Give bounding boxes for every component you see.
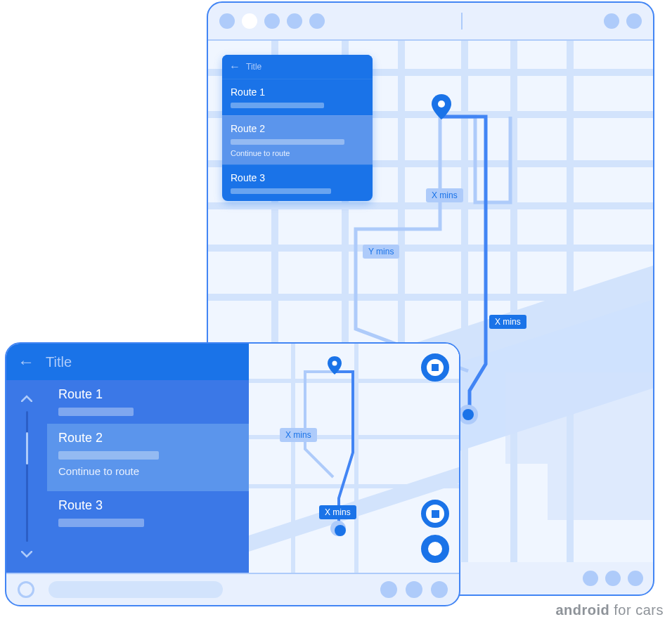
route-secondary: Continue to route (231, 149, 364, 157)
route-list-item[interactable]: Route 3 (47, 491, 249, 535)
nav-button[interactable] (380, 581, 397, 598)
status-app-icon[interactable] (264, 13, 280, 29)
scroll-rail (6, 380, 47, 573)
current-location-icon (330, 521, 346, 536)
map-action-button[interactable] (653, 476, 654, 495)
map-action-button[interactable] (653, 452, 654, 472)
scroll-track[interactable] (26, 411, 28, 542)
map-action-button[interactable] (653, 524, 654, 543)
svg-point-1 (332, 361, 337, 366)
panel-header: ← Title (6, 344, 249, 380)
route-label-alt: X mins (280, 428, 317, 442)
route-list-card: ← Title Route 1 Route 2 Continue to rout… (222, 55, 373, 201)
placeholder-bar (58, 408, 134, 416)
route-label: Route 1 (231, 86, 364, 98)
attribution-suffix: for cars (609, 602, 664, 618)
route-list-item[interactable]: Route 2 Continue to route (47, 424, 249, 491)
status-app-icon[interactable] (242, 13, 257, 29)
status-bar (208, 3, 653, 39)
status-indicator-icon (626, 13, 642, 29)
nav-pill[interactable] (49, 581, 223, 598)
placeholder-bar (231, 103, 324, 108)
route-list-item[interactable]: Route 1 (47, 380, 249, 424)
placeholder-bar (58, 451, 159, 460)
route-secondary: Continue to route (58, 465, 238, 477)
panel-title: Title (46, 354, 72, 370)
route-label-alt: Y mins (363, 245, 399, 259)
status-app-icon[interactable] (309, 13, 325, 29)
route-list-item[interactable]: Route 3 (222, 164, 373, 201)
status-indicator-icon (604, 13, 619, 29)
status-app-icon[interactable] (219, 13, 235, 29)
nav-button[interactable] (628, 571, 643, 586)
route-list-item[interactable]: Route 1 (222, 79, 373, 115)
placeholder-bar (231, 139, 344, 145)
scroll-up-icon[interactable] (18, 390, 35, 407)
placeholder-bar (231, 188, 331, 194)
destination-pin-icon (328, 356, 342, 375)
status-app-icon[interactable] (287, 13, 302, 29)
route-list: Route 1 Route 2 Continue to route Route … (47, 380, 249, 573)
home-button-icon[interactable] (18, 581, 34, 598)
nav-button[interactable] (583, 571, 598, 586)
attribution-brand: android (555, 602, 609, 618)
svg-point-0 (438, 100, 445, 108)
divider (461, 13, 463, 30)
route-label: Route 3 (58, 498, 238, 513)
attribution: android for cars (555, 602, 664, 618)
card-header: ← Title (222, 55, 373, 79)
route-list-panel: ← Title Route 1 (6, 344, 249, 573)
back-arrow-icon[interactable]: ← (18, 352, 34, 372)
map-fab-button[interactable] (421, 500, 449, 528)
placeholder-bar (58, 519, 144, 527)
map-action-button[interactable] (653, 500, 654, 519)
device-landscape: ← Title Route 1 (5, 342, 460, 606)
map-action-buttons (653, 450, 654, 545)
route-list-item[interactable]: Route 2 Continue to route (222, 115, 373, 164)
nav-button[interactable] (431, 581, 448, 598)
nav-bar (6, 573, 459, 605)
nav-button[interactable] (406, 581, 422, 598)
map-canvas[interactable]: X mins X mins (249, 344, 459, 573)
nav-button[interactable] (605, 571, 621, 586)
destination-pin-icon (432, 94, 451, 119)
route-label: Route 2 (231, 123, 364, 134)
route-label: Route 3 (231, 172, 364, 183)
route-label: Route 2 (58, 431, 238, 446)
back-arrow-icon[interactable]: ← (229, 60, 240, 73)
scroll-down-icon[interactable] (18, 546, 35, 563)
route-label-primary: X mins (319, 505, 356, 519)
current-location-icon (458, 405, 478, 424)
route-label-alt: X mins (426, 188, 463, 202)
route-label: Route 1 (58, 387, 238, 402)
card-title: Title (246, 62, 261, 72)
route-label-primary: X mins (489, 315, 526, 329)
map-fab-button[interactable] (421, 535, 449, 563)
map-fab-button[interactable] (421, 353, 449, 382)
